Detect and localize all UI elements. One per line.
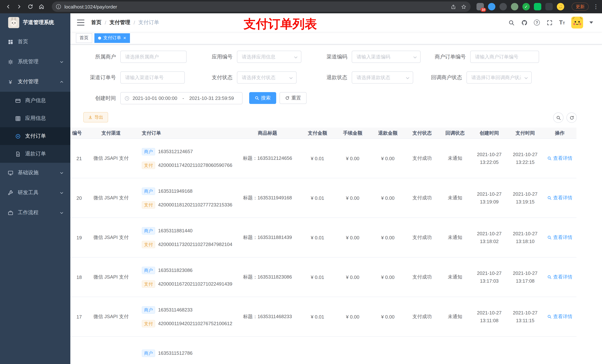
filter-label: 支付状态 (204, 71, 237, 83)
help-icon[interactable]: ? (534, 20, 540, 26)
merchant-input[interactable] (120, 51, 187, 63)
browser-back-icon[interactable] (4, 2, 13, 11)
sidebar-item-payment[interactable]: ¥ 支付管理 (0, 72, 70, 92)
cell-pay-order: 商户 1635311512786 (135, 349, 235, 363)
notify-status-select[interactable] (466, 71, 532, 83)
view-detail-link[interactable]: 查看详情 (547, 195, 572, 201)
view-detail-link[interactable]: 查看详情 (547, 313, 572, 320)
app-id-select[interactable] (237, 51, 301, 63)
merchant-order-no: 1635312124657 (158, 149, 193, 154)
app-id-select-field[interactable] (237, 51, 301, 63)
export-button[interactable]: 导出 (83, 112, 108, 123)
view-detail-link[interactable]: 查看详情 (547, 274, 572, 281)
sidebar-item-merchant-info[interactable]: 商户信息 (0, 92, 70, 110)
sidebar-item-refund-order[interactable]: 退款订单 (0, 145, 70, 163)
sidebar-item-home[interactable]: 首页 (0, 32, 70, 52)
tab-label: 首页 (80, 35, 88, 41)
card-icon (15, 98, 21, 104)
channel-code-select[interactable] (352, 51, 420, 63)
breadcrumb-home[interactable]: 首页 (91, 19, 101, 26)
table-header-cell: 支付订单 (135, 128, 235, 138)
date-end[interactable]: 2021-10-31 23:59:59 (189, 95, 234, 101)
channel-order-no-field[interactable] (120, 71, 185, 83)
user-avatar[interactable] (571, 17, 583, 29)
sidebar-item-label: 工作流程 (18, 209, 39, 216)
extension-icon-8[interactable]: ◡̈ (557, 3, 564, 10)
sidebar-item-app-info[interactable]: 应用信息 (0, 110, 70, 127)
cell-pay-order: 商户 1635311468233 支付 42000011942021102767… (135, 306, 235, 327)
hamburger-icon[interactable] (77, 20, 85, 26)
date-start[interactable]: 2021-10-01 00:00:00 (133, 95, 177, 101)
tab-close-icon[interactable] (123, 35, 126, 40)
font-size-icon[interactable]: TT (559, 20, 565, 26)
red-annotation-text: 支付订单列表 (244, 16, 317, 32)
browser-home-icon[interactable] (37, 2, 46, 11)
extension-badge: 10 (481, 8, 486, 12)
channel-order-no-input[interactable] (120, 71, 185, 83)
github-icon[interactable] (521, 19, 527, 26)
merchant-order-no-field[interactable] (470, 51, 539, 63)
site-info-icon[interactable] (55, 4, 62, 10)
browser-forward-icon[interactable] (15, 2, 24, 11)
search-button[interactable]: 搜索 (249, 92, 276, 104)
reset-button[interactable]: 重置 (280, 92, 307, 104)
pay-tag: 支付 (142, 320, 155, 327)
table-search-toggle-button[interactable] (553, 113, 563, 123)
extension-icon-2[interactable] (488, 3, 495, 10)
fullscreen-icon[interactable] (546, 19, 553, 26)
sidebar-logo[interactable]: 芋道管理系统 (0, 13, 70, 32)
sidebar-item-workflow[interactable]: 工作流程 (0, 203, 70, 223)
gear-icon (7, 59, 13, 65)
url-bar[interactable]: localhost:1024/pay/order (52, 1, 471, 12)
extension-icon-3[interactable] (499, 3, 507, 10)
refund-status-select-field[interactable] (352, 71, 413, 83)
pay-status-select[interactable] (237, 71, 297, 83)
cell-id: 20 (70, 195, 87, 201)
pay-status-select-field[interactable] (237, 71, 297, 83)
merchant-tag: 商户 (142, 148, 155, 155)
cell-actions: 查看详情 (543, 234, 576, 241)
view-detail-link[interactable]: 查看详情 (547, 234, 572, 241)
tab-pay-order[interactable]: 支付订单 (94, 33, 130, 43)
extension-icon-7[interactable] (545, 3, 553, 10)
cell-title: 标题：1635311823086 (235, 274, 300, 281)
table-header-cell: 退款金额 (370, 128, 405, 138)
notify-status-select-field[interactable] (466, 71, 532, 83)
table-refresh-button[interactable] (567, 113, 577, 123)
share-icon[interactable] (450, 3, 456, 10)
extension-icon-6[interactable] (534, 3, 541, 10)
tab-home[interactable]: 首页 (76, 33, 92, 43)
browser-reload-icon[interactable] (26, 2, 35, 11)
extension-icon-4[interactable] (511, 3, 518, 10)
date-range-picker[interactable]: 2021-10-01 00:00:00 - 2021-10-31 23:59:5… (120, 92, 243, 104)
browser-update-button[interactable]: 更新 (572, 3, 589, 11)
merchant-order-no-input[interactable] (470, 51, 539, 63)
breadcrumb-pay-manage[interactable]: 支付管理 (110, 19, 130, 26)
cell-amount: ¥ 0.01 (300, 195, 335, 201)
sidebar-item-dev-tools[interactable]: 研发工具 (0, 183, 70, 203)
merchant-tag: 商户 (142, 306, 155, 313)
sidebar-item-infrastructure[interactable]: 基础设施 (0, 163, 70, 183)
sidebar-item-pay-order[interactable]: 支付订单 (0, 127, 70, 145)
table-header-cell: 操作 (543, 128, 576, 138)
url-text[interactable]: localhost:1024/pay/order (64, 4, 446, 10)
browser-menu-icon[interactable]: ⋮ (593, 3, 598, 10)
document-icon (15, 151, 21, 157)
bookmark-star-icon[interactable] (460, 3, 467, 10)
cell-fee: ¥ 0.00 (335, 156, 370, 161)
refund-status-select[interactable] (352, 71, 413, 83)
channel-code-select-field[interactable] (352, 51, 420, 63)
cell-pay-order: 商户 1635311949168 支付 42000011812021102777… (135, 187, 235, 208)
page-content: 所属商户 应用编号 渠道编码 (70, 44, 602, 364)
extension-icon-1[interactable]: 10 (476, 3, 484, 10)
cell-channel: 微信 JSAPI 支付 (87, 313, 135, 320)
merchant-input-field[interactable] (120, 51, 187, 63)
search-icon[interactable] (508, 19, 515, 26)
extension-icon-5[interactable]: ✓ (522, 3, 530, 10)
chevron-down-icon[interactable] (589, 21, 593, 24)
sidebar-item-system[interactable]: 系统管理 (0, 52, 70, 72)
cell-pay-order: 商户 1635311823086 支付 42000011672021102710… (135, 267, 235, 288)
cell-fee: ¥ 0.00 (335, 274, 370, 280)
view-detail-link[interactable]: 查看详情 (547, 155, 572, 162)
cell-id: 19 (70, 235, 87, 240)
